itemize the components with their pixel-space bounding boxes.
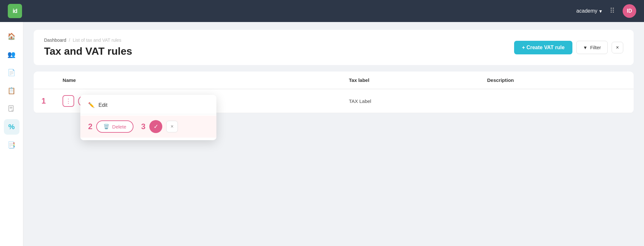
filter-close-button[interactable]: ×: [612, 42, 623, 53]
page-header-card: Dashboard / List of tax and VAT rules Ta…: [34, 30, 634, 65]
sidebar-item-home[interactable]: 🏠: [4, 28, 19, 44]
page-title: Tax and VAT rules: [44, 45, 132, 57]
edit-icon: ✏️: [88, 102, 95, 108]
sidebar-item-report[interactable]: 📑: [4, 137, 19, 153]
navbar: id academy ▾ ⠿ ID: [0, 0, 644, 22]
sidebar-item-dollar-doc[interactable]: $: [4, 101, 19, 117]
cancel-icon: ×: [170, 124, 173, 129]
header-actions: + Create VAT rule ▼ Filter ×: [514, 41, 623, 54]
row-description-cell: [479, 89, 634, 113]
context-menu-edit[interactable]: ✏️ Edit: [80, 97, 216, 113]
navbar-right: academy ▾ ⠿ ID: [576, 4, 636, 18]
context-menu-delete-row: 2 🗑️ Delete 3 ✓ ×: [80, 116, 216, 138]
checkmark-icon: ✓: [154, 123, 158, 130]
table-card: Name Tax label Description 1 ⋮: [34, 72, 634, 113]
col-header-name: Name: [55, 72, 341, 89]
delete-icon: 🗑️: [103, 124, 109, 129]
breadcrumb-separator: /: [69, 38, 70, 43]
chevron-down-icon: ▾: [599, 8, 602, 14]
breadcrumb-dashboard-link[interactable]: Dashboard: [44, 38, 66, 43]
close-icon: ×: [616, 45, 619, 50]
sidebar-item-documents[interactable]: 📄: [4, 65, 19, 80]
col-header-number: [34, 72, 55, 89]
avatar[interactable]: ID: [623, 4, 636, 18]
three-dots-icon: ⋮: [65, 97, 71, 105]
context-menu-divider: [80, 114, 216, 114]
col-header-tax-label: Tax label: [341, 72, 479, 89]
breadcrumb-current: List of tax and VAT rules: [73, 38, 121, 43]
apps-grid-icon[interactable]: ⠿: [610, 7, 615, 15]
row-actions-button[interactable]: ⋮: [63, 95, 74, 107]
table-header-row: Name Tax label Description: [34, 72, 634, 89]
breadcrumb: Dashboard / List of tax and VAT rules: [44, 38, 132, 43]
sidebar-item-list[interactable]: 📋: [4, 83, 19, 98]
sidebar-item-users[interactable]: 👥: [4, 47, 19, 62]
sidebar: 🏠 👥 📄 📋 $ % 📑: [0, 22, 23, 246]
confirm-delete-button[interactable]: ✓: [149, 120, 162, 133]
app-logo[interactable]: id: [8, 4, 22, 18]
svg-text:$: $: [11, 109, 13, 112]
col-header-description: Description: [479, 72, 634, 89]
filter-icon: ▼: [583, 45, 588, 50]
delete-button[interactable]: 🗑️ Delete: [96, 120, 133, 133]
page-header-left: Dashboard / List of tax and VAT rules Ta…: [44, 38, 132, 57]
main-layout: 🏠 👥 📄 📋 $ % 📑 Dashboard / List of tax an…: [0, 22, 644, 246]
filter-button[interactable]: ▼ Filter: [576, 41, 608, 54]
content-area: Dashboard / List of tax and VAT rules Ta…: [23, 22, 644, 246]
cancel-delete-button[interactable]: ×: [166, 121, 178, 132]
context-menu: ✏️ Edit 2 🗑️ Delete 3 ✓ ×: [80, 95, 216, 140]
create-vat-rule-button[interactable]: + Create VAT rule: [514, 41, 572, 54]
row-tax-label-cell: TAX Label: [341, 89, 479, 113]
row-number-cell: 1: [34, 89, 55, 113]
sidebar-item-percent[interactable]: %: [4, 119, 19, 135]
company-selector[interactable]: academy ▾: [576, 8, 602, 14]
